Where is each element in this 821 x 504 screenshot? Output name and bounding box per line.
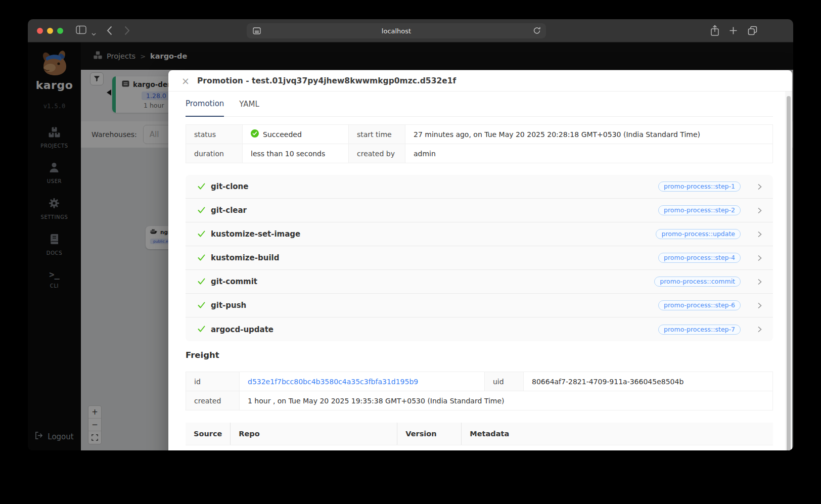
column-header-metadata: Metadata xyxy=(462,423,773,445)
step-row-git-commit[interactable]: git-commit promo-process::commit xyxy=(186,270,773,294)
chevron-right-icon[interactable] xyxy=(758,231,762,238)
step-alias-badge: promo-process::commit xyxy=(654,277,741,287)
step-check-icon xyxy=(198,206,205,215)
freight-uid-label: uid xyxy=(485,372,524,391)
freight-heading: Freight xyxy=(186,350,773,361)
column-header-repo: Repo xyxy=(231,423,397,445)
artifact-repo: public.ecr.aws/nginx/nginx xyxy=(231,445,397,450)
freight-created-value: 1 hour , on Tue May 20 2025 19:35:38 GMT… xyxy=(240,391,773,410)
step-check-icon xyxy=(198,325,205,334)
success-check-circle-icon xyxy=(251,129,259,139)
step-check-icon xyxy=(198,253,205,263)
freight-created-label: created xyxy=(186,391,240,410)
step-check-icon xyxy=(198,301,205,310)
step-row-git-clear[interactable]: git-clear promo-process::step-2 xyxy=(186,199,773,222)
address-url: localhost xyxy=(382,27,411,35)
freight-artifacts-table: Source Repo Version Metadata xyxy=(186,423,773,450)
tab-overview-icon[interactable] xyxy=(747,25,758,38)
minimize-window-button[interactable] xyxy=(47,28,53,34)
table-row: id d532e1f7bcc80bc4b3580c4a35c3fbfa31d19… xyxy=(186,372,773,391)
step-name: git-commit xyxy=(211,277,257,286)
step-alias-badge: promo-process::update xyxy=(656,229,741,239)
zoom-window-button[interactable] xyxy=(57,28,63,34)
column-header-version: Version xyxy=(397,423,462,445)
step-name: kustomize-build xyxy=(211,253,279,262)
app-viewport: kargo v1.5.0 PROJECTS xyxy=(28,42,793,450)
freight-id-link[interactable]: d532e1f7bcc80bc4b3580c4a35c3fbfa31d195b9 xyxy=(248,378,418,386)
freight-info-table: id d532e1f7bcc80bc4b3580c4a35c3fbfa31d19… xyxy=(186,372,773,410)
modal-title: Promotion - test.01jvq37py4jhew8kwwmkgp0… xyxy=(197,76,456,85)
new-tab-icon[interactable] xyxy=(729,26,738,37)
step-alias-badge: promo-process::step-4 xyxy=(658,253,741,263)
artifact-source-cell xyxy=(186,445,231,450)
step-alias-badge: promo-process::step-1 xyxy=(658,181,741,192)
promotion-modal: × Promotion - test.01jvq37py4jhew8kwwmkg… xyxy=(168,70,792,450)
step-row-kustomize-set-image[interactable]: kustomize-set-image promo-process::updat… xyxy=(186,222,773,246)
start-time-label: start time xyxy=(349,125,405,144)
close-window-button[interactable] xyxy=(37,28,43,34)
created-by-label: created by xyxy=(349,144,405,163)
reload-icon[interactable] xyxy=(533,26,541,36)
tab-yaml[interactable]: YAML xyxy=(239,91,259,116)
back-icon[interactable] xyxy=(107,26,112,37)
created-by-value: admin xyxy=(405,144,773,163)
page-settings-icon[interactable] xyxy=(252,26,261,37)
step-alias-badge: promo-process::step-7 xyxy=(658,325,741,335)
modal-scrollbar-track[interactable] xyxy=(785,91,792,450)
step-alias-badge: promo-process::step-6 xyxy=(658,300,741,310)
step-name: git-clear xyxy=(211,206,247,215)
table-row: created 1 hour , on Tue May 20 2025 19:3… xyxy=(186,391,773,410)
step-name: git-push xyxy=(211,301,246,310)
browser-window: localhost xyxy=(28,19,793,450)
chevron-down-icon[interactable] xyxy=(92,28,96,38)
chevron-right-icon[interactable] xyxy=(758,255,762,261)
table-row: public.ecr.aws/nginx/nginx 1.28.0 - xyxy=(186,445,773,450)
start-time-value: 27 minutes ago, on Tue May 20 2025 20:28… xyxy=(405,125,773,144)
status-label: status xyxy=(186,125,243,144)
step-row-argocd-update[interactable]: argocd-update promo-process::step-7 xyxy=(186,317,773,341)
chevron-right-icon[interactable] xyxy=(758,279,762,285)
address-bar[interactable]: localhost xyxy=(247,23,546,38)
table-row: duration less than 10 seconds created by… xyxy=(186,144,773,163)
modal-body: Promotion YAML status Suc xyxy=(168,91,792,450)
step-row-git-clone[interactable]: git-clone promo-process::step-1 xyxy=(186,175,773,199)
step-name: git-clone xyxy=(211,182,248,191)
freight-uid-value: 80664af7-2821-4709-911a-366045e8504b xyxy=(524,372,773,391)
freight-id-label: id xyxy=(186,372,240,391)
chevron-right-icon[interactable] xyxy=(758,207,762,214)
chevron-right-icon[interactable] xyxy=(758,302,762,309)
modal-scrollbar-thumb[interactable] xyxy=(787,96,791,450)
chevron-right-icon[interactable] xyxy=(758,184,762,190)
close-icon[interactable]: × xyxy=(179,75,192,86)
step-check-icon xyxy=(198,182,205,192)
step-row-kustomize-build[interactable]: kustomize-build promo-process::step-4 xyxy=(186,246,773,270)
sidebar-toggle-icon[interactable] xyxy=(76,25,86,36)
promotion-info-table: status Succeeded start time xyxy=(186,124,773,163)
browser-toolbar: localhost xyxy=(28,19,793,42)
step-alias-badge: promo-process::step-2 xyxy=(658,205,741,215)
step-check-icon xyxy=(198,230,205,239)
step-name: kustomize-set-image xyxy=(211,230,300,239)
chevron-right-icon[interactable] xyxy=(758,326,762,333)
modal-tabs: Promotion YAML xyxy=(186,91,773,117)
step-check-icon xyxy=(198,277,205,287)
share-icon[interactable] xyxy=(710,25,719,38)
column-header-source: Source xyxy=(186,423,231,445)
table-row: status Succeeded start time xyxy=(186,125,773,144)
duration-value: less than 10 seconds xyxy=(243,144,349,163)
freight-id-value: d532e1f7bcc80bc4b3580c4a35c3fbfa31d195b9 xyxy=(240,372,485,391)
modal-header: × Promotion - test.01jvq37py4jhew8kwwmkg… xyxy=(168,70,792,91)
table-header-row: Source Repo Version Metadata xyxy=(186,423,773,445)
duration-label: duration xyxy=(186,144,243,163)
step-row-git-push[interactable]: git-push promo-process::step-6 xyxy=(186,294,773,317)
forward-icon[interactable] xyxy=(124,26,130,37)
step-name: argocd-update xyxy=(211,325,273,334)
status-value: Succeeded xyxy=(243,125,349,144)
artifact-version: 1.28.0 xyxy=(397,445,462,450)
screenshot-stage: localhost xyxy=(0,0,821,504)
tab-promotion[interactable]: Promotion xyxy=(186,91,224,117)
artifact-metadata: - xyxy=(462,445,773,450)
promotion-steps-list: git-clone promo-process::step-1 git-clea… xyxy=(186,175,773,341)
